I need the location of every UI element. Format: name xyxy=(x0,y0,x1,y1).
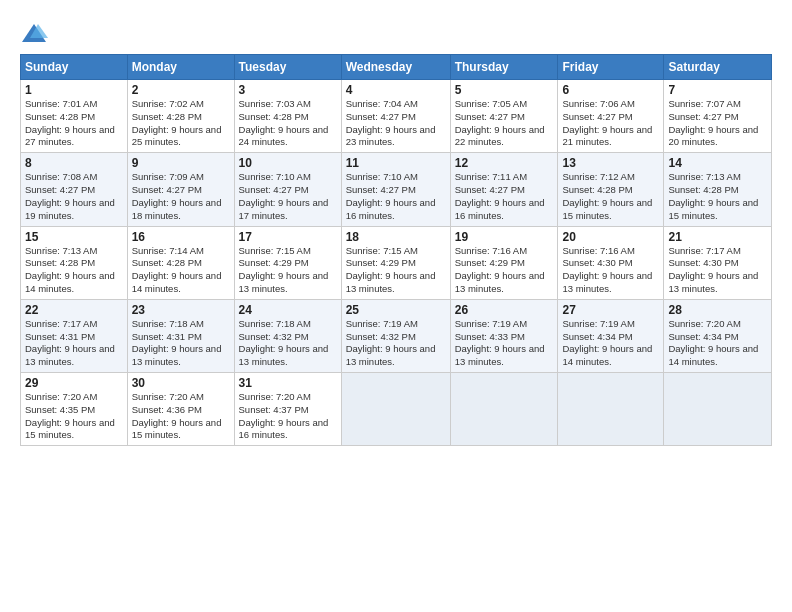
calendar-cell: 28 Sunrise: 7:20 AMSunset: 4:34 PMDaylig… xyxy=(664,299,772,372)
day-info: Sunrise: 7:07 AMSunset: 4:27 PMDaylight:… xyxy=(668,98,758,147)
day-info: Sunrise: 7:08 AMSunset: 4:27 PMDaylight:… xyxy=(25,171,115,220)
logo xyxy=(20,20,50,48)
calendar-cell: 16 Sunrise: 7:14 AMSunset: 4:28 PMDaylig… xyxy=(127,226,234,299)
day-number: 30 xyxy=(132,376,230,390)
day-info: Sunrise: 7:20 AMSunset: 4:35 PMDaylight:… xyxy=(25,391,115,440)
calendar-header-row: SundayMondayTuesdayWednesdayThursdayFrid… xyxy=(21,55,772,80)
day-number: 9 xyxy=(132,156,230,170)
calendar-cell: 11 Sunrise: 7:10 AMSunset: 4:27 PMDaylig… xyxy=(341,153,450,226)
logo-icon xyxy=(20,20,48,48)
calendar-week-row: 22 Sunrise: 7:17 AMSunset: 4:31 PMDaylig… xyxy=(21,299,772,372)
calendar-cell: 10 Sunrise: 7:10 AMSunset: 4:27 PMDaylig… xyxy=(234,153,341,226)
day-number: 4 xyxy=(346,83,446,97)
day-info: Sunrise: 7:02 AMSunset: 4:28 PMDaylight:… xyxy=(132,98,222,147)
day-number: 21 xyxy=(668,230,767,244)
calendar-cell: 1 Sunrise: 7:01 AMSunset: 4:28 PMDayligh… xyxy=(21,80,128,153)
day-info: Sunrise: 7:16 AMSunset: 4:30 PMDaylight:… xyxy=(562,245,652,294)
calendar-cell: 18 Sunrise: 7:15 AMSunset: 4:29 PMDaylig… xyxy=(341,226,450,299)
day-number: 20 xyxy=(562,230,659,244)
day-info: Sunrise: 7:12 AMSunset: 4:28 PMDaylight:… xyxy=(562,171,652,220)
calendar-week-row: 29 Sunrise: 7:20 AMSunset: 4:35 PMDaylig… xyxy=(21,373,772,446)
calendar-cell: 20 Sunrise: 7:16 AMSunset: 4:30 PMDaylig… xyxy=(558,226,664,299)
calendar-cell: 23 Sunrise: 7:18 AMSunset: 4:31 PMDaylig… xyxy=(127,299,234,372)
calendar-cell xyxy=(664,373,772,446)
day-info: Sunrise: 7:20 AMSunset: 4:36 PMDaylight:… xyxy=(132,391,222,440)
day-info: Sunrise: 7:18 AMSunset: 4:32 PMDaylight:… xyxy=(239,318,329,367)
calendar-day-header: Thursday xyxy=(450,55,558,80)
day-number: 8 xyxy=(25,156,123,170)
day-info: Sunrise: 7:19 AMSunset: 4:33 PMDaylight:… xyxy=(455,318,545,367)
day-number: 12 xyxy=(455,156,554,170)
calendar-cell: 12 Sunrise: 7:11 AMSunset: 4:27 PMDaylig… xyxy=(450,153,558,226)
calendar-cell: 6 Sunrise: 7:06 AMSunset: 4:27 PMDayligh… xyxy=(558,80,664,153)
calendar-cell: 2 Sunrise: 7:02 AMSunset: 4:28 PMDayligh… xyxy=(127,80,234,153)
day-info: Sunrise: 7:13 AMSunset: 4:28 PMDaylight:… xyxy=(668,171,758,220)
day-number: 15 xyxy=(25,230,123,244)
day-number: 13 xyxy=(562,156,659,170)
calendar-cell: 13 Sunrise: 7:12 AMSunset: 4:28 PMDaylig… xyxy=(558,153,664,226)
calendar-cell: 14 Sunrise: 7:13 AMSunset: 4:28 PMDaylig… xyxy=(664,153,772,226)
day-number: 24 xyxy=(239,303,337,317)
calendar-cell: 9 Sunrise: 7:09 AMSunset: 4:27 PMDayligh… xyxy=(127,153,234,226)
calendar-week-row: 1 Sunrise: 7:01 AMSunset: 4:28 PMDayligh… xyxy=(21,80,772,153)
day-info: Sunrise: 7:06 AMSunset: 4:27 PMDaylight:… xyxy=(562,98,652,147)
calendar-cell: 21 Sunrise: 7:17 AMSunset: 4:30 PMDaylig… xyxy=(664,226,772,299)
day-number: 27 xyxy=(562,303,659,317)
day-info: Sunrise: 7:11 AMSunset: 4:27 PMDaylight:… xyxy=(455,171,545,220)
calendar-cell: 5 Sunrise: 7:05 AMSunset: 4:27 PMDayligh… xyxy=(450,80,558,153)
calendar-cell: 7 Sunrise: 7:07 AMSunset: 4:27 PMDayligh… xyxy=(664,80,772,153)
day-info: Sunrise: 7:13 AMSunset: 4:28 PMDaylight:… xyxy=(25,245,115,294)
day-number: 6 xyxy=(562,83,659,97)
calendar-day-header: Tuesday xyxy=(234,55,341,80)
day-number: 14 xyxy=(668,156,767,170)
day-info: Sunrise: 7:03 AMSunset: 4:28 PMDaylight:… xyxy=(239,98,329,147)
day-number: 29 xyxy=(25,376,123,390)
day-number: 26 xyxy=(455,303,554,317)
calendar-week-row: 8 Sunrise: 7:08 AMSunset: 4:27 PMDayligh… xyxy=(21,153,772,226)
calendar-table: SundayMondayTuesdayWednesdayThursdayFrid… xyxy=(20,54,772,446)
calendar-cell: 26 Sunrise: 7:19 AMSunset: 4:33 PMDaylig… xyxy=(450,299,558,372)
day-info: Sunrise: 7:10 AMSunset: 4:27 PMDaylight:… xyxy=(239,171,329,220)
day-number: 17 xyxy=(239,230,337,244)
day-info: Sunrise: 7:18 AMSunset: 4:31 PMDaylight:… xyxy=(132,318,222,367)
calendar-cell: 27 Sunrise: 7:19 AMSunset: 4:34 PMDaylig… xyxy=(558,299,664,372)
day-info: Sunrise: 7:10 AMSunset: 4:27 PMDaylight:… xyxy=(346,171,436,220)
day-number: 28 xyxy=(668,303,767,317)
day-number: 18 xyxy=(346,230,446,244)
day-number: 11 xyxy=(346,156,446,170)
calendar-cell xyxy=(558,373,664,446)
day-info: Sunrise: 7:19 AMSunset: 4:34 PMDaylight:… xyxy=(562,318,652,367)
calendar-cell: 22 Sunrise: 7:17 AMSunset: 4:31 PMDaylig… xyxy=(21,299,128,372)
calendar-cell: 8 Sunrise: 7:08 AMSunset: 4:27 PMDayligh… xyxy=(21,153,128,226)
day-info: Sunrise: 7:19 AMSunset: 4:32 PMDaylight:… xyxy=(346,318,436,367)
day-number: 23 xyxy=(132,303,230,317)
calendar-cell: 24 Sunrise: 7:18 AMSunset: 4:32 PMDaylig… xyxy=(234,299,341,372)
day-number: 10 xyxy=(239,156,337,170)
day-number: 22 xyxy=(25,303,123,317)
calendar-cell: 31 Sunrise: 7:20 AMSunset: 4:37 PMDaylig… xyxy=(234,373,341,446)
day-info: Sunrise: 7:04 AMSunset: 4:27 PMDaylight:… xyxy=(346,98,436,147)
calendar-cell: 25 Sunrise: 7:19 AMSunset: 4:32 PMDaylig… xyxy=(341,299,450,372)
calendar-cell: 29 Sunrise: 7:20 AMSunset: 4:35 PMDaylig… xyxy=(21,373,128,446)
day-number: 25 xyxy=(346,303,446,317)
day-number: 2 xyxy=(132,83,230,97)
calendar-cell: 17 Sunrise: 7:15 AMSunset: 4:29 PMDaylig… xyxy=(234,226,341,299)
calendar-day-header: Monday xyxy=(127,55,234,80)
day-number: 5 xyxy=(455,83,554,97)
day-info: Sunrise: 7:09 AMSunset: 4:27 PMDaylight:… xyxy=(132,171,222,220)
header xyxy=(20,16,772,48)
calendar-cell: 3 Sunrise: 7:03 AMSunset: 4:28 PMDayligh… xyxy=(234,80,341,153)
day-info: Sunrise: 7:15 AMSunset: 4:29 PMDaylight:… xyxy=(239,245,329,294)
day-number: 31 xyxy=(239,376,337,390)
calendar-cell: 19 Sunrise: 7:16 AMSunset: 4:29 PMDaylig… xyxy=(450,226,558,299)
day-info: Sunrise: 7:15 AMSunset: 4:29 PMDaylight:… xyxy=(346,245,436,294)
calendar-day-header: Saturday xyxy=(664,55,772,80)
day-info: Sunrise: 7:05 AMSunset: 4:27 PMDaylight:… xyxy=(455,98,545,147)
calendar-week-row: 15 Sunrise: 7:13 AMSunset: 4:28 PMDaylig… xyxy=(21,226,772,299)
calendar-day-header: Friday xyxy=(558,55,664,80)
day-info: Sunrise: 7:17 AMSunset: 4:31 PMDaylight:… xyxy=(25,318,115,367)
day-info: Sunrise: 7:17 AMSunset: 4:30 PMDaylight:… xyxy=(668,245,758,294)
calendar-cell: 15 Sunrise: 7:13 AMSunset: 4:28 PMDaylig… xyxy=(21,226,128,299)
day-number: 19 xyxy=(455,230,554,244)
day-info: Sunrise: 7:20 AMSunset: 4:34 PMDaylight:… xyxy=(668,318,758,367)
